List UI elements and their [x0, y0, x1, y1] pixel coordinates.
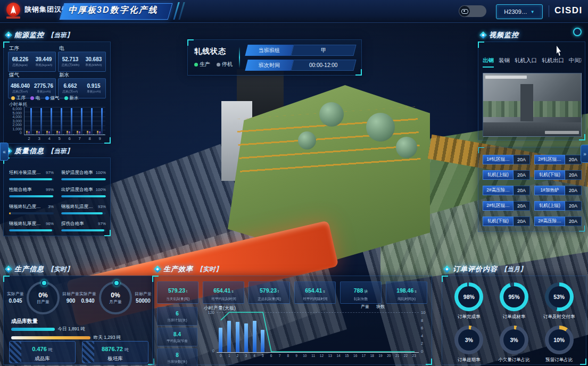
device-current-value: 20A [565, 170, 582, 180]
video-tab[interactable]: 装钢 [499, 57, 510, 68]
video-tab[interactable]: 出钢 [483, 57, 494, 68]
device-name: 轧机(上辊) [483, 170, 514, 180]
header-divider [549, 5, 549, 17]
energy-y-axis: 6,0005,0004,0003,0002,0001,0000 [7, 107, 22, 135]
device-status-cell[interactable]: 1#加热炉 20A [534, 186, 582, 195]
order-gauge: 3% 订单超期率 [446, 326, 492, 363]
video-tab[interactable]: 轧机入口 [515, 57, 537, 68]
hourly-x-axis: 01234567891011121314151617181920212223 [217, 354, 419, 357]
video-feed[interactable] [483, 73, 582, 137]
diamond-icon [154, 265, 161, 273]
donut-ring: 10% [545, 326, 574, 354]
eye-icon [459, 6, 470, 16]
quality-panel: 质量信息 【当班】 坯料冷装温度命中率97% 装炉温度合格率100% 性能合格率… [3, 157, 111, 236]
stat-card: 654.41s 坯平均间隔时间 [294, 281, 336, 304]
shift-info-row: 班次时间 00:00-12:00 [245, 60, 356, 71]
donut-ring: 98% [454, 282, 483, 311]
device-status-cell[interactable]: 2#高压除… 20A [483, 186, 530, 195]
donut-ring: 95% [500, 282, 528, 311]
order-gauges: 98% 订单完成率 95% 订单成材率 53% 订单及时交付率 3% 订单超期率… [446, 282, 582, 363]
visibility-toggle[interactable] [459, 5, 486, 17]
quality-metric: 钢板终轧凸度命中率3% [9, 204, 54, 214]
efficiency-panel: 生产效率 【实时】 579.23t 当天轧制量(吨) 654.41s 坯平均轧制… [152, 276, 432, 365]
order-gauge: 3% 小欠量订单占比 [492, 326, 537, 363]
device-status-cell[interactable]: 2#高压除… 20A [534, 217, 582, 226]
order-gauge: 95% 订单成材率 [492, 282, 537, 320]
orders-panel: 订单评价内容 【当月】 98% 订单完成率 95% 订单成材率 53% 订单及时… [442, 276, 586, 365]
device-status-cell[interactable]: 轧机(下辊) 20A [483, 217, 530, 226]
device-name: 轧机(下辊) [534, 170, 565, 180]
video-overlay-text [485, 76, 527, 79]
inventory-bar-yesterday: 昨天 1,293 吨 [11, 335, 147, 341]
video-panel: 视频监控 出钢装钢轧机入口轧机出口中间冷电加热 [478, 41, 585, 140]
video-tab[interactable]: 轧机出口 [542, 57, 564, 68]
energy-x-axis: 23456789 [24, 136, 105, 141]
stat-card: 198.46s 纯轧时间(s) [386, 281, 427, 304]
legend-item: 新水 [64, 95, 79, 102]
company-logo-subtext [6, 16, 20, 19]
brand-logo: CISDI [554, 5, 583, 16]
inventory-label: 成品库数量 [11, 318, 38, 325]
device-grid: 1#轧区辊… 20A 2#轧区辊… 20A 轧机(上辊) 20A 轧机(下辊) … [483, 155, 582, 232]
video-overlay-text [545, 131, 579, 134]
quality-metric: 出炉温度合格率100% [61, 187, 106, 197]
line-select-dropdown[interactable]: H2309… ▼ [496, 4, 543, 19]
line-select-value: H2309… [504, 9, 527, 15]
video-tab[interactable]: 中间冷 [569, 57, 582, 68]
device-status-cell[interactable]: 2#轧区辊… 20A [483, 201, 530, 211]
order-gauge: 10% 预留订单占比 [536, 326, 582, 363]
shift-info-label: 当班班组 [245, 45, 293, 56]
video-collapse-button[interactable] [573, 28, 582, 36]
device-name: 1#轧区辊… [483, 155, 514, 164]
video-panel-title: 视频监控 [481, 30, 519, 40]
device-name: 轧机(下辊) [483, 217, 514, 226]
line-status-title: 轧线状态 [194, 47, 233, 56]
quality-metric: 坯料冷装温度命中率97% [9, 170, 54, 180]
quality-panel-title: 质量信息 【当班】 [6, 146, 73, 156]
mini-stat-card: 6当班计划(块) [157, 307, 197, 326]
line-status-legend: 生产停机 [194, 61, 233, 68]
orders-panel-title: 订单评价内容 【当月】 [444, 264, 526, 274]
progress-ring: 0%日产量 [27, 281, 60, 314]
energy-bar-chart [24, 107, 105, 135]
efficiency-minis: 6当班计划(块) 8.4平均轧制节奏 8当班块数(块) [157, 307, 197, 366]
device-current-value: 20A [565, 155, 582, 164]
diamond-icon [479, 31, 487, 39]
donut-ring: 3% [500, 326, 528, 354]
order-gauge: 98% 订单完成率 [446, 282, 492, 320]
device-status-cell[interactable]: 轧机(上辊) 20A [534, 201, 582, 211]
production-gauges: 实际产量0.045 0%日产量 目标产量900 实际产量0.940 0%月产量 … [7, 281, 151, 314]
mini-stat-card: 8.4平均轧制节奏 [157, 328, 197, 346]
production-gauge: 实际产量0.045 0%日产量 目标产量900 [7, 281, 79, 314]
hourly-right-axis: 1086420 [421, 310, 425, 354]
status-legend-item: 生产 [194, 61, 210, 68]
device-name: 2#轧区辊… [534, 155, 565, 164]
stat-card: 579.23t 当天轧制量(吨) [157, 281, 198, 304]
video-tabs: 出钢装钢轧机入口轧机出口中间冷电加热 [483, 57, 582, 68]
device-status-cell[interactable]: 2#轧区辊… 20A [534, 155, 582, 164]
device-current-value: 20A [565, 217, 582, 226]
y-axis-tick: 0 [202, 348, 214, 353]
diamond-icon [5, 265, 12, 273]
y-axis-tick: 120 [202, 310, 214, 315]
collapse-right-panels-handle[interactable]: » [581, 145, 588, 163]
banner-slash-decor [178, 2, 185, 20]
mill-cylinder [366, 113, 395, 142]
efficiency-stats: 579.23t 当天轧制量(吨) 654.41s 坯平均轧制时间 579.23t… [157, 281, 427, 304]
order-gauge: 53% 订单及时交付率 [536, 282, 582, 320]
energy-panel-title: 能源监控 【当班】 [6, 30, 73, 40]
device-status-cell[interactable]: 1#轧区辊… 20A [483, 155, 530, 164]
collapse-left-panels-handle[interactable]: « [0, 143, 9, 161]
vertical-divider [239, 47, 240, 68]
chevron-down-icon: ▼ [531, 10, 535, 14]
device-status-cell[interactable]: 轧机(下辊) 20A [534, 170, 582, 180]
line-status-panel: 轧线状态 生产停机 当班班组 甲 班次时间 00:00-12:00 [187, 39, 362, 76]
shift-info-value: 00:00-12:00 [291, 60, 356, 71]
device-current-value: 20A [514, 155, 530, 164]
legend-bars: 产量 [359, 304, 369, 310]
device-status-cell[interactable]: 轧机(上辊) 20A [483, 170, 530, 180]
efficiency-panel-title: 生产效率 【实时】 [155, 264, 222, 274]
legend-line: 块数 [375, 304, 385, 310]
legend-item: 工序 [11, 95, 26, 102]
quality-metric: 性能合格率99% [9, 187, 54, 197]
